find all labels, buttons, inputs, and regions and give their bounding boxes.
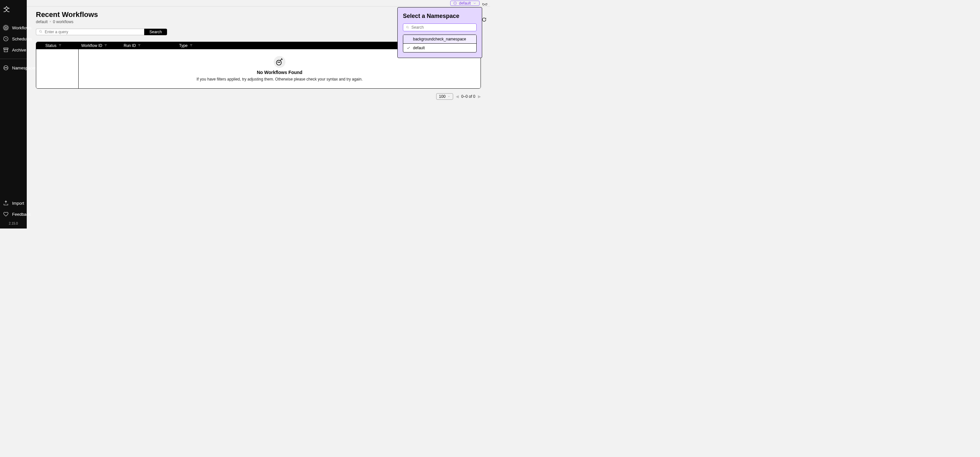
- sidebar-item-feedback[interactable]: Feedback: [0, 209, 27, 220]
- search-icon: [39, 29, 43, 35]
- namespace-selector[interactable]: default: [450, 1, 480, 6]
- temporal-logo-icon: [3, 6, 10, 13]
- check-icon: [406, 46, 410, 50]
- divider: [0, 59, 27, 59]
- pager-range-bottom: 0–0 of 0: [461, 94, 475, 99]
- th-run-id[interactable]: Run ID: [121, 43, 177, 48]
- empty-title: No Workflows Found: [257, 70, 302, 75]
- search-box[interactable]: [36, 29, 144, 35]
- filter-icon: [189, 43, 193, 48]
- svg-point-1: [4, 26, 8, 30]
- namespace-icon: [453, 1, 457, 5]
- namespace-search-input[interactable]: [411, 25, 474, 30]
- svg-point-28: [276, 60, 281, 65]
- topbar: default: [27, 0, 490, 6]
- filter-icon: [104, 43, 107, 48]
- filter-icon: [58, 43, 62, 48]
- namespace-item-default[interactable]: default: [403, 44, 476, 52]
- sidebar-item-label: Import: [12, 201, 24, 206]
- svg-point-9: [482, 3, 484, 5]
- svg-point-30: [279, 62, 280, 63]
- sidebar-nav-bottom: Import Feedback: [0, 198, 27, 220]
- svg-line-12: [41, 32, 42, 33]
- chevron-down-icon: [448, 95, 450, 98]
- empty-icon: [274, 56, 285, 68]
- search-button[interactable]: Search: [144, 29, 167, 35]
- schedules-icon: [3, 36, 9, 42]
- version-label: 2.15.0: [0, 220, 27, 226]
- th-workflow-id[interactable]: Workflow ID: [79, 43, 121, 48]
- sidebar-item-namespaces[interactable]: Namespaces: [0, 62, 27, 73]
- sidebar-item-label: Archive: [12, 48, 26, 52]
- table-leftcol: [36, 49, 79, 88]
- namespace-item-label: backgroundcheck_namespace: [413, 37, 466, 41]
- sidebar-nav-secondary: Namespaces: [0, 62, 27, 73]
- sidebar-item-workflows[interactable]: Workflows: [0, 22, 27, 33]
- search-input[interactable]: [45, 30, 142, 34]
- main: default Recent Workflows default • 0 wor…: [27, 0, 490, 228]
- sidebar-item-schedules[interactable]: Schedules: [0, 33, 27, 44]
- pager-bottom: 100 ◀ 0–0 of 0 ▶: [36, 93, 481, 100]
- chevron-down-icon: [473, 1, 477, 5]
- namespace-list: backgroundcheck_namespace default: [403, 35, 477, 52]
- logo: [0, 3, 27, 22]
- workflow-count: 0 workflows: [53, 19, 73, 24]
- labs-icon[interactable]: [482, 1, 487, 5]
- filter-icon: [138, 43, 141, 48]
- svg-point-31: [406, 26, 409, 28]
- import-icon: [3, 200, 9, 206]
- page-namespace: default: [36, 19, 48, 24]
- namespace-item-backgroundcheck[interactable]: backgroundcheck_namespace: [403, 35, 476, 44]
- archive-icon: [3, 47, 9, 53]
- namespace-popover: Select a Namespace backgroundcheck_names…: [397, 7, 482, 58]
- pager-next[interactable]: ▶: [478, 94, 481, 99]
- feedback-icon: [3, 211, 9, 217]
- sidebar-item-import[interactable]: Import: [0, 198, 27, 209]
- th-status[interactable]: Status: [36, 43, 79, 48]
- page-size-select[interactable]: 100: [436, 93, 453, 100]
- namespace-item-label: default: [413, 46, 425, 50]
- svg-point-0: [5, 27, 7, 29]
- namespace-search-box[interactable]: [403, 24, 477, 31]
- svg-line-32: [408, 28, 409, 29]
- search-icon: [406, 25, 409, 29]
- dot-separator: •: [49, 19, 51, 24]
- svg-point-10: [485, 3, 487, 5]
- refresh-button[interactable]: [482, 17, 487, 24]
- svg-point-11: [40, 30, 41, 32]
- sidebar-item-archive[interactable]: Archive: [0, 44, 27, 56]
- pager-prev[interactable]: ◀: [456, 94, 459, 99]
- namespace-selector-label: default: [459, 1, 471, 6]
- empty-message: If you have filters applied, try adjusti…: [197, 77, 363, 81]
- popover-title: Select a Namespace: [403, 13, 477, 19]
- svg-point-29: [278, 62, 278, 63]
- svg-rect-5: [4, 49, 8, 52]
- workflows-icon: [3, 25, 9, 31]
- sidebar-nav-primary: Workflows Schedules Archive: [0, 22, 27, 56]
- sidebar: Workflows Schedules Archive Namespaces I…: [0, 0, 27, 228]
- namespaces-icon: [3, 65, 9, 71]
